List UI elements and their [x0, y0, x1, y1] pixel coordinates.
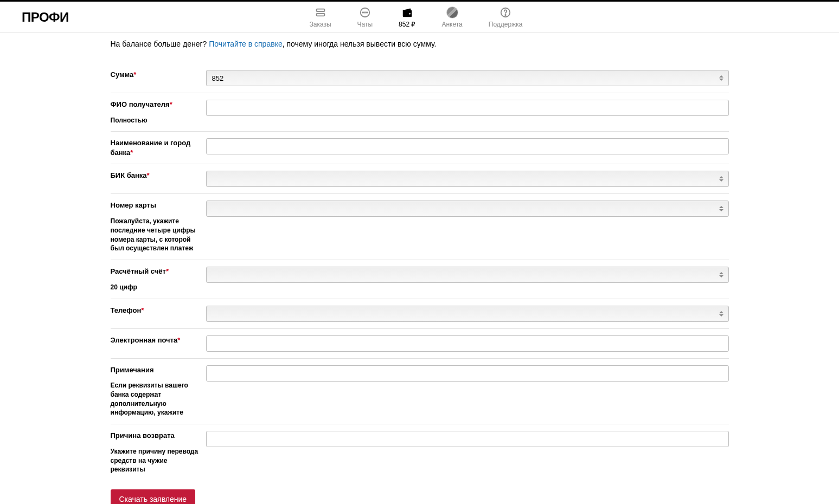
label-reason: Причина возврата	[111, 431, 202, 441]
bik-input[interactable]	[206, 171, 729, 187]
hint-link[interactable]: Почитайте в справке	[209, 40, 282, 48]
card-input[interactable]	[206, 201, 729, 217]
nav-profile[interactable]: Анкета	[441, 7, 462, 28]
hint-suffix: , почему иногда нельзя вывести всю сумму…	[283, 40, 437, 48]
bank-input[interactable]	[206, 138, 729, 154]
label-card: Номер карты	[111, 201, 202, 210]
email-input[interactable]	[206, 335, 729, 352]
label-fio: ФИО получателя*	[111, 100, 202, 109]
main-nav: Заказы Чаты 852 ₽ Анкета Поддержка	[309, 7, 522, 28]
label-phone: Телефон*	[111, 306, 202, 315]
account-input[interactable]	[206, 267, 729, 283]
notes-input[interactable]	[206, 365, 729, 382]
row-account: Расчётный счёт* 20 цифр	[111, 260, 729, 299]
svg-rect-0	[316, 9, 324, 11]
wallet-icon	[401, 7, 413, 18]
row-email: Электронная почта*	[111, 329, 729, 359]
nav-support[interactable]: Поддержка	[489, 7, 523, 28]
balance-hint: На балансе больше денег? Почитайте в спр…	[111, 40, 729, 48]
stepper-icon[interactable]	[719, 203, 727, 214]
nav-chats-label: Чаты	[357, 21, 373, 28]
label-account: Расчётный счёт*	[111, 267, 202, 276]
nav-balance-label: 852 ₽	[399, 21, 415, 28]
phone-input[interactable]	[206, 306, 729, 322]
reason-input[interactable]	[206, 431, 729, 447]
amount-input[interactable]	[206, 70, 729, 86]
hint-prefix: На балансе больше денег?	[111, 40, 209, 48]
logo[interactable]: ПРОФИ	[22, 10, 69, 25]
stepper-icon[interactable]	[719, 73, 727, 83]
nav-balance[interactable]: 852 ₽	[399, 7, 415, 28]
nav-support-label: Поддержка	[489, 21, 523, 28]
row-phone: Телефон*	[111, 299, 729, 329]
stepper-icon[interactable]	[719, 173, 727, 184]
row-notes: Примечания Если реквизиты вашего банка с…	[111, 359, 729, 425]
nav-orders-label: Заказы	[309, 21, 331, 28]
nav-orders[interactable]: Заказы	[309, 7, 331, 28]
download-button[interactable]: Скачать заявление	[111, 489, 196, 504]
label-bik: БИК банка*	[111, 171, 202, 180]
row-amount: Сумма*	[111, 63, 729, 93]
svg-point-3	[362, 12, 363, 12]
nav-chats[interactable]: Чаты	[357, 7, 373, 28]
svg-rect-1	[316, 13, 324, 16]
label-notes: Примечания	[111, 365, 202, 375]
chat-icon	[359, 7, 371, 18]
hint-account: 20 цифр	[111, 283, 202, 292]
label-email: Электронная почта*	[111, 335, 202, 345]
stepper-icon[interactable]	[719, 308, 727, 319]
hint-notes: Если реквизиты вашего банка содержат доп…	[111, 381, 202, 417]
stepper-icon[interactable]	[719, 269, 727, 280]
row-bik: БИК банка*	[111, 164, 729, 194]
nav-profile-label: Анкета	[441, 21, 462, 28]
fio-input[interactable]	[206, 100, 729, 116]
hint-fio: Полностью	[111, 116, 202, 125]
help-icon	[499, 7, 511, 18]
hint-card: Пожалуйста, укажите последние четыре циф…	[111, 217, 202, 253]
svg-point-7	[505, 14, 505, 15]
avatar-icon	[446, 7, 458, 18]
svg-point-4	[364, 12, 365, 12]
row-card: Номер карты Пожалуйста, укажите последни…	[111, 194, 729, 260]
content: На балансе больше денег? Почитайте в спр…	[84, 33, 756, 504]
row-reason: Причина возврата Укажите причину перевод…	[111, 424, 729, 481]
hint-reason: Укажите причину перевода средств на чужи…	[111, 447, 202, 474]
row-fio: ФИО получателя* Полностью	[111, 93, 729, 132]
header: ПРОФИ Заказы Чаты 852 ₽ Анкета	[0, 2, 839, 33]
row-bank: Наименование и город банка*	[111, 132, 729, 164]
orders-icon	[315, 7, 326, 18]
svg-point-5	[367, 12, 367, 12]
label-bank: Наименование и город банка*	[111, 138, 202, 157]
label-amount: Сумма*	[111, 70, 202, 80]
